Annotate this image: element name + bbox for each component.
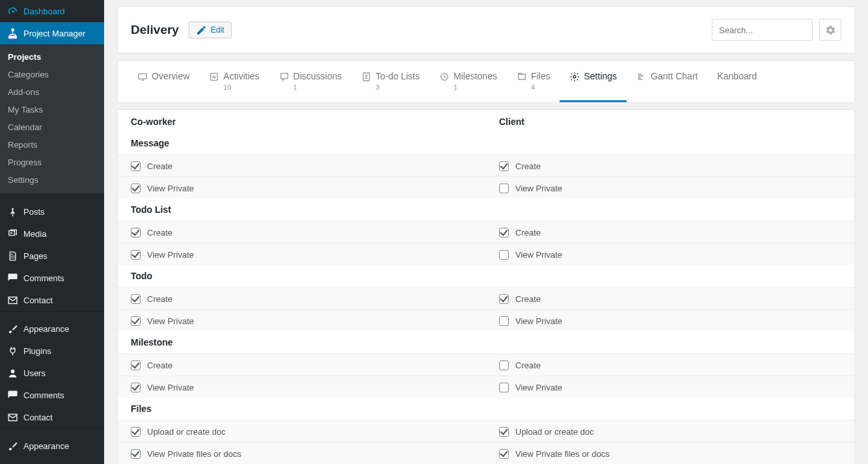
perm-cell: Create (486, 354, 854, 375)
checkbox[interactable] (131, 294, 141, 304)
perm-label: Create (147, 294, 172, 304)
sidebar-item-contact[interactable]: Contact (0, 289, 104, 311)
svg-rect-2 (12, 36, 14, 38)
perm-cell: View Private (486, 243, 854, 265)
perm-label: View Private (515, 383, 562, 392)
sidebar-item-contact[interactable]: Contact (0, 406, 104, 428)
gear-icon (824, 24, 836, 36)
column-header-client: Client (486, 110, 854, 132)
user-icon (7, 367, 18, 379)
svg-rect-6 (139, 74, 146, 79)
sidebar-sub-calendar[interactable]: Calendar (0, 118, 104, 136)
sidebar-sub-settings[interactable]: Settings (0, 171, 104, 189)
sidebar-item-plugins[interactable]: Plugins (0, 340, 104, 362)
checkbox[interactable] (131, 449, 141, 459)
sidebar-item-comments[interactable]: Comments (0, 384, 104, 406)
tab-milestones[interactable]: Milestones1 (429, 61, 507, 102)
perm-cell: View Private (486, 177, 854, 198)
tab-files[interactable]: Files4 (507, 61, 560, 102)
checkbox[interactable] (131, 161, 141, 171)
perm-cell: View Private (118, 376, 486, 398)
sidebar-sub-reports[interactable]: Reports (0, 136, 104, 154)
pin-icon (7, 206, 18, 217)
sidebar-item-project-manager[interactable]: Project Manager (0, 22, 104, 44)
checkbox[interactable] (499, 228, 509, 238)
checkbox[interactable] (131, 427, 141, 437)
main-content: Delivery Edit OverviewActivities10Discus… (104, 0, 868, 464)
perm-cell: Create (486, 155, 854, 176)
admin-sidebar: DashboardProject Manager ProjectsCategor… (0, 0, 104, 464)
tab-to-do-lists[interactable]: To-do Lists3 (351, 61, 429, 102)
tab-overview[interactable]: Overview (128, 61, 199, 102)
perm-cell: Create (486, 221, 854, 243)
mail-icon (7, 294, 18, 306)
page-icon (7, 250, 18, 262)
perm-cell: Create (486, 288, 854, 309)
section-title: Message (118, 132, 486, 154)
perm-label: View Private (147, 316, 194, 326)
tab-settings[interactable]: Settings (560, 61, 627, 102)
files-icon (517, 72, 527, 84)
checkbox[interactable] (131, 316, 141, 326)
checkbox[interactable] (499, 294, 509, 304)
pencil-icon (196, 24, 208, 36)
sidebar-item-users[interactable]: Users (0, 362, 104, 384)
project-title: Delivery (131, 23, 179, 37)
sidebar-sub-categories[interactable]: Categories (0, 66, 104, 83)
checkbox[interactable] (131, 361, 141, 370)
sidebar-sub-progress[interactable]: Progress (0, 154, 104, 171)
edit-button[interactable]: Edit (189, 21, 232, 38)
tab-gantt-chart[interactable]: Gantt Chart (627, 61, 707, 102)
checkbox[interactable] (499, 361, 509, 370)
perm-cell: Upload or create doc (118, 420, 486, 442)
sidebar-item-pages[interactable]: Pages (0, 245, 104, 267)
sidebar-item-media[interactable]: Media (0, 223, 104, 245)
plug-icon (7, 345, 18, 357)
checkbox[interactable] (499, 427, 509, 437)
sidebar-item-dashboard[interactable]: Dashboard (0, 0, 104, 22)
checkbox[interactable] (499, 161, 509, 171)
checkbox[interactable] (131, 228, 141, 238)
checkbox[interactable] (499, 250, 509, 260)
sidebar-item-comments[interactable]: Comments (0, 267, 104, 289)
checkbox[interactable] (131, 250, 141, 260)
sidebar-sub-add-ons[interactable]: Add-ons (0, 83, 104, 101)
perm-label: View Private (515, 184, 562, 193)
section-title: Todo List (118, 198, 486, 221)
sidebar-sub-my-tasks[interactable]: My Tasks (0, 101, 104, 118)
perm-label: View Private files or docs (147, 449, 241, 459)
checkbox[interactable] (499, 449, 509, 459)
sidebar-item-appearance[interactable]: Appearance (0, 435, 104, 457)
brush-icon (7, 440, 18, 452)
perm-cell: View Private (486, 376, 854, 398)
sidebar-sub-projects[interactable]: Projects (0, 48, 104, 66)
section-title: Files (118, 398, 486, 420)
checkbox[interactable] (131, 383, 141, 392)
tab-kanboard[interactable]: Kanboard (707, 61, 766, 102)
sidebar-item-posts[interactable]: Posts (0, 200, 104, 223)
column-header-co-worker: Co-worker (118, 110, 486, 132)
settings-gear-button[interactable] (819, 19, 841, 41)
svg-rect-0 (12, 29, 14, 31)
tab-activities[interactable]: Activities10 (199, 61, 269, 102)
perm-label: Create (147, 228, 172, 238)
tab-discussions[interactable]: Discussions1 (269, 61, 352, 102)
settings-icon (569, 72, 580, 84)
search-input[interactable] (712, 19, 813, 41)
section-title: Todo (118, 265, 486, 287)
perm-cell: Upload or create doc (486, 420, 854, 442)
gantt-icon (636, 72, 647, 84)
sidebar-item-appearance[interactable]: Appearance (0, 318, 104, 340)
perm-cell: Create (118, 155, 486, 176)
activities-icon (209, 72, 219, 84)
checkbox[interactable] (499, 184, 509, 193)
milestones-icon (439, 72, 450, 84)
permissions-card: Co-worker Client MessageCreateCreateView… (117, 109, 855, 464)
checkbox[interactable] (499, 316, 509, 326)
edit-label: Edit (211, 25, 224, 34)
perm-cell: View Private files or docs (118, 443, 486, 464)
checkbox[interactable] (499, 383, 509, 392)
discussions-icon (279, 72, 290, 84)
checkbox[interactable] (131, 184, 141, 193)
tabs-card: OverviewActivities10Discussions1To-do Li… (117, 60, 855, 103)
